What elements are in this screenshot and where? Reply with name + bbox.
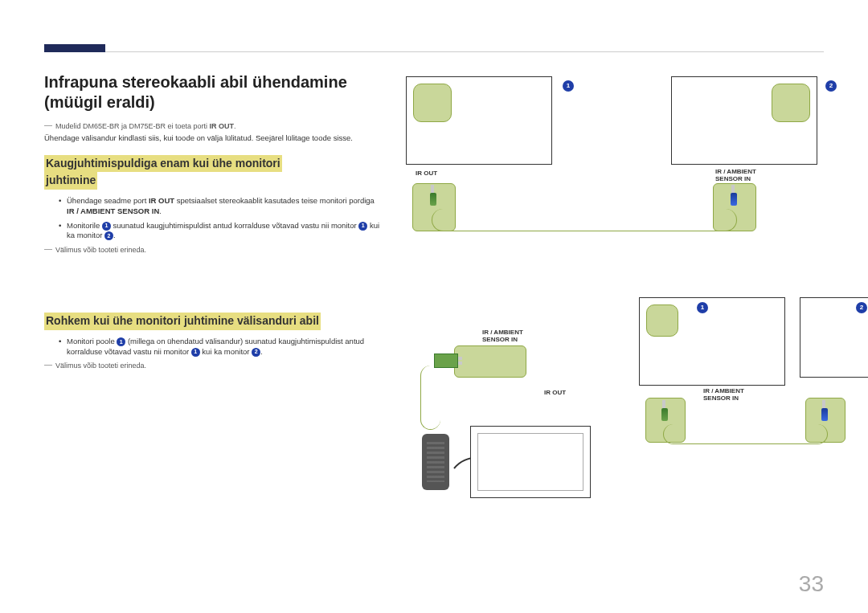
inline-badge-2b: 2 (252, 348, 260, 357)
s1b1-b1: IR OUT (149, 196, 174, 205)
footnote-models-text: Mudelid DM65E-BR ja DM75E-BR ei toeta po… (55, 122, 207, 130)
s1b2-mid: suunatud kaugjuhtimispuldist antud korra… (113, 221, 356, 230)
sensor-cable (420, 366, 440, 430)
jack-green-bot (661, 400, 666, 423)
section2-heading: Rohkem kui ühe monitori juhtimine välisa… (44, 313, 382, 330)
columns: Infrapuna stereokaabli abil ühendamine (… (44, 72, 824, 506)
sensor-port-box (454, 345, 526, 378)
intro-paragraph: Ühendage välisandur kindlasti siis, kui … (44, 133, 382, 144)
s2b1-mid2: kui ka monitor (202, 347, 249, 356)
footnote-appearance-2: Välimus võib tooteti erineda. (44, 362, 382, 370)
section1-bullet-2: Monitorile 1 suunatud kaugjuhtimispuldis… (59, 221, 382, 242)
badge-monitor-1-bot-num: 1 (697, 302, 708, 313)
section2-bullets: Monitori poole 1 (millega on ühendatud v… (59, 337, 382, 358)
monitor-2-rear (671, 76, 817, 165)
label-ir-ambient-bot-l2: SENSOR IN (703, 394, 739, 402)
tv-front-icon (470, 426, 591, 498)
badge-monitor-1: 1 (563, 78, 574, 92)
jack-blue-body (731, 193, 737, 206)
dot2: . (113, 231, 116, 239)
jack-blue-tip (731, 185, 735, 193)
jack-green-body-bot (661, 408, 668, 421)
jack-blue-tip-bot (822, 400, 825, 408)
footnote-models-suffix: . (234, 122, 236, 130)
label-ir-ambient-sensor-l1: IR / AMBIENT (482, 329, 523, 336)
top-bar (44, 44, 824, 52)
inline-badge-1c: 1 (117, 337, 125, 346)
badge-monitor-2-bot-num: 2 (856, 302, 867, 313)
s1b1-b2: IR / AMBIENT SENSOR IN (67, 206, 159, 215)
badge-monitor-2-num: 2 (825, 80, 837, 92)
monitor-1-panel-bot (646, 304, 678, 337)
label-ir-out-bot: IR OUT (544, 390, 566, 397)
top-bar-accent (44, 44, 105, 52)
diagram-column: 1 2 IR OUT IR / AMBIENT SENSOR IN (406, 72, 824, 506)
text-column: Infrapuna stereokaabli abil ühendamine (… (44, 72, 382, 506)
jack-green-tip-bot (662, 400, 665, 408)
page-number: 33 (799, 571, 824, 597)
schematic-bottom: IR / AMBIENT SENSOR IN 1 IR OUT 2 (406, 297, 824, 506)
label-ir-ambient-top: IR / AMBIENT SENSOR IN (715, 169, 756, 183)
label-ir-ambient-bot-l1: IR / AMBIENT (703, 387, 744, 394)
badge-monitor-2-bot: 2 (856, 300, 867, 314)
inline-badge-1a: 1 (102, 222, 111, 231)
monitor-1-rear (406, 76, 552, 165)
footnote-appearance-1: Välimus võib tooteti erineda. (44, 246, 382, 254)
section-external-sensor: Rohkem kui ühe monitori juhtimine välisa… (44, 313, 382, 370)
label-ir-ambient-sensor-l2: SENSOR IN (482, 336, 518, 343)
label-ir-out-top: IR OUT (416, 170, 437, 178)
section1-heading-l2: juhtimine (44, 172, 97, 190)
section2-bullet-1: Monitori poole 1 (millega on ühendatud v… (59, 337, 382, 358)
sensor-plug (434, 353, 458, 368)
monitor-1-rear-bot (639, 297, 785, 386)
inline-badge-1d: 1 (191, 348, 200, 357)
section1-heading: Kaugjuhtimispuldiga enam kui ühe monitor… (44, 155, 382, 190)
badge-monitor-1-num: 1 (563, 80, 574, 92)
badge-monitor-1-bot: 1 (697, 300, 708, 314)
s1b1-pre: Ühendage seadme port (67, 196, 146, 205)
footnote-models-port: IR OUT (210, 122, 235, 130)
s1b1-mid: spetsiaalset stereokaablit kasutades tei… (177, 196, 375, 205)
section1-bullets: Ühendage seadme port IR OUT spetsiaalset… (59, 196, 382, 241)
jack-green-body (430, 193, 436, 206)
section1-bullet-1: Ühendage seadme port IR OUT spetsiaalset… (59, 196, 382, 217)
spacer (44, 268, 382, 313)
dot3: . (260, 347, 263, 356)
jack-blue-top (731, 185, 735, 207)
jack-blue-body-bot (821, 408, 828, 421)
cable-top (432, 209, 737, 231)
badge-monitor-2: 2 (825, 78, 837, 92)
footnote-models: Mudelid DM65E-BR ja DM75E-BR ei toeta po… (44, 122, 382, 130)
label-ir-ambient-top-l1: IR / AMBIENT (715, 168, 756, 175)
label-ir-ambient-sensor: IR / AMBIENT SENSOR IN (482, 329, 523, 344)
page: Infrapuna stereokaabli abil ühendamine (… (0, 0, 868, 530)
label-ir-ambient-bot: IR / AMBIENT SENSOR IN (703, 388, 744, 403)
s1b2-pre: Monitorile (67, 221, 100, 230)
jack-green-top (430, 185, 435, 207)
schematic-top: 1 2 IR OUT IR / AMBIENT SENSOR IN (406, 72, 824, 249)
page-title: Infrapuna stereokaabli abil ühendamine (… (44, 72, 382, 112)
label-ir-ambient-top-l2: SENSOR IN (715, 175, 751, 182)
monitor-2-panel (772, 84, 810, 122)
inline-badge-2a: 2 (104, 231, 113, 240)
section1-heading-l1: Kaugjuhtimispuldiga enam kui ühe monitor… (44, 155, 282, 173)
s2b1-pre: Monitori poole (67, 337, 115, 345)
cable-bot (663, 424, 828, 444)
jack-green-tip (431, 185, 434, 193)
jack-blue-bot (821, 400, 826, 423)
section-remote-multi: Kaugjuhtimispuldiga enam kui ühe monitor… (44, 155, 382, 254)
monitor-1-panel (413, 84, 452, 122)
dot1: . (159, 206, 162, 215)
section2-heading-text: Rohkem kui ühe monitori juhtimine välisa… (44, 313, 321, 330)
inline-badge-1b: 1 (358, 222, 367, 231)
remote-control-icon (422, 434, 449, 490)
